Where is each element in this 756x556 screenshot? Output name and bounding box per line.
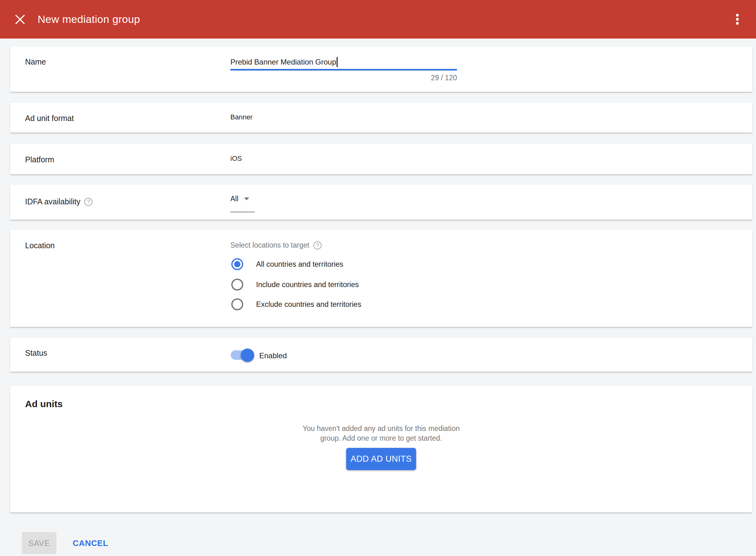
cancel-button[interactable]: CANCEL	[73, 538, 108, 548]
help-icon[interactable]: ?	[84, 198, 93, 206]
status-toggle[interactable]	[231, 350, 253, 360]
idfa-dropdown[interactable]: All	[230, 195, 255, 212]
idfa-dropdown-value: All	[230, 195, 239, 203]
toggle-thumb	[241, 349, 254, 362]
footer-actions: SAVE CANCEL	[22, 532, 752, 554]
radio-exclude-countries[interactable]: Exclude countries and territories	[231, 299, 362, 310]
card-ad-units: Ad units You haven't added any ad units …	[10, 386, 752, 513]
location-prompt: Select locations to target ?	[230, 241, 321, 249]
platform-label: Platform	[25, 155, 54, 164]
help-icon[interactable]: ?	[313, 241, 321, 249]
radio-button-icon	[231, 299, 243, 310]
empty-state-line: group. Add one or more to get started.	[10, 433, 752, 443]
page-title: New mediation group	[38, 13, 140, 25]
radio-button-icon	[231, 258, 243, 270]
platform-value: iOS	[230, 154, 242, 163]
card-ad-unit-format: Ad unit format Banner	[10, 103, 752, 133]
location-prompt-text: Select locations to target	[230, 241, 309, 249]
text-caret	[337, 57, 338, 67]
name-input-value: Prebid Banner Mediation Group	[230, 58, 336, 66]
close-icon[interactable]	[8, 7, 32, 31]
dot	[736, 14, 739, 16]
input-focus-underline	[230, 69, 457, 71]
card-idfa-availability: IDFA availability ? All	[10, 184, 752, 220]
radio-label: Exclude countries and territories	[256, 300, 362, 309]
status-label: Status	[25, 349, 47, 358]
name-label: Name	[25, 57, 46, 66]
dropdown-arrow-icon	[244, 198, 249, 200]
radio-all-countries[interactable]: All countries and territories	[231, 258, 343, 270]
save-button[interactable]: SAVE	[22, 532, 57, 554]
ad-unit-format-value: Banner	[230, 113, 253, 121]
idfa-label: IDFA availability ?	[25, 197, 93, 206]
radio-label: All countries and territories	[256, 260, 343, 269]
radio-label: Include countries and territories	[256, 280, 359, 289]
location-label: Location	[25, 241, 55, 250]
char-counter: 29 / 120	[230, 74, 457, 82]
radio-button-icon	[231, 279, 243, 290]
ad-units-heading: Ad units	[25, 399, 63, 409]
idfa-label-text: IDFA availability	[25, 197, 80, 206]
app-bar: New mediation group	[0, 0, 756, 39]
status-value: Enabled	[259, 351, 287, 360]
card-platform: Platform iOS	[10, 144, 752, 174]
close-x-glyph	[14, 13, 26, 25]
card-location: Location Select locations to target ? Al…	[10, 230, 752, 327]
dot	[736, 22, 739, 25]
dot	[736, 18, 739, 21]
card-name: Name Prebid Banner Mediation Group 29 / …	[10, 47, 752, 92]
card-status: Status Enabled	[10, 338, 752, 372]
ad-unit-format-label: Ad unit format	[25, 114, 74, 123]
dropdown-underline	[230, 212, 255, 212]
overflow-menu-icon[interactable]	[728, 7, 747, 31]
add-ad-units-button[interactable]: ADD AD UNITS	[346, 448, 416, 470]
name-input[interactable]: Prebid Banner Mediation Group 29 / 120	[230, 56, 457, 82]
form-content: Name Prebid Banner Mediation Group 29 / …	[0, 39, 756, 554]
ad-units-empty-state: You haven't added any ad units for this …	[10, 424, 752, 443]
radio-include-countries[interactable]: Include countries and territories	[231, 279, 359, 290]
empty-state-line: You haven't added any ad units for this …	[10, 424, 752, 433]
